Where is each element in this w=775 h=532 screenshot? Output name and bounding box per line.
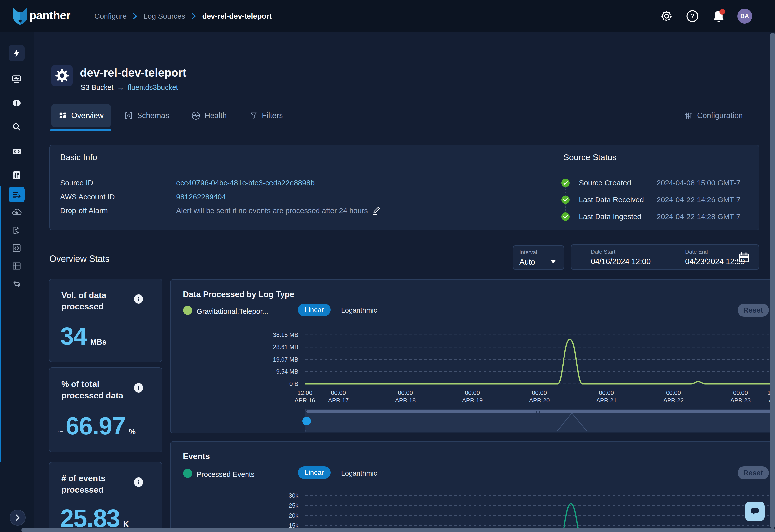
status-label: Source Created bbox=[579, 179, 631, 187]
avatar[interactable]: BA bbox=[737, 9, 752, 24]
info-icon[interactable] bbox=[134, 383, 143, 393]
active-tab-underline bbox=[50, 129, 111, 131]
y-tick: 38.15 MB bbox=[259, 332, 298, 338]
events-line-chart[interactable] bbox=[305, 487, 775, 532]
status-label: Last Data Received bbox=[579, 196, 644, 204]
date-end-label: Date End bbox=[685, 249, 708, 255]
svg-text:?: ? bbox=[690, 12, 695, 20]
page-title: dev-rel-dev-teleport bbox=[80, 66, 186, 79]
sidebar-item-tables[interactable] bbox=[9, 258, 25, 274]
grid-icon bbox=[59, 112, 67, 120]
breadcrumb-log-sources[interactable]: Log Sources bbox=[143, 12, 185, 20]
date-start-label: Date Start bbox=[591, 249, 615, 255]
chart-panel-events: Events Processed Events Linear Logarithm… bbox=[170, 441, 775, 532]
source-id-value[interactable]: ecc40796-04bc-481c-bfe3-ceda22e8898b bbox=[176, 179, 314, 187]
stat-value-row: 34 MBs bbox=[60, 322, 106, 350]
sidebar-item-cloud-security[interactable] bbox=[9, 204, 25, 220]
sidebar-item-schemas[interactable] bbox=[9, 240, 25, 256]
panther-logo-icon[interactable] bbox=[11, 6, 29, 26]
bucket-link[interactable]: fluentds3bucket bbox=[128, 83, 178, 92]
health-icon bbox=[191, 111, 200, 120]
date-end-value[interactable]: 04/23/2024 12:59 bbox=[685, 257, 745, 266]
brush-handle-left[interactable] bbox=[302, 417, 311, 425]
calendar-icon[interactable] bbox=[738, 252, 750, 263]
reset-button[interactable]: Reset bbox=[738, 466, 769, 479]
chevron-right-icon bbox=[191, 13, 196, 19]
date-range-picker[interactable]: Date Start 04/16/2024 12:00 Date End 04/… bbox=[571, 244, 759, 270]
approx-glyph: ~ bbox=[57, 426, 63, 437]
x-tick: 00:00APR 18 bbox=[395, 389, 416, 404]
reset-button[interactable]: Reset bbox=[738, 304, 769, 317]
tab-health[interactable]: Health bbox=[191, 104, 227, 127]
chat-launcher[interactable] bbox=[745, 502, 765, 521]
y-tick: 20k bbox=[259, 512, 298, 519]
lightning-icon bbox=[12, 48, 22, 58]
brand-wordmark[interactable]: panther bbox=[29, 8, 70, 22]
filter-funnel-icon bbox=[249, 111, 258, 120]
alert-icon bbox=[11, 98, 22, 108]
row-label: Drop-off Alarm bbox=[60, 206, 108, 215]
source-type-label: S3 Bucket bbox=[81, 83, 113, 92]
log-sources-icon bbox=[11, 189, 22, 200]
date-start-value[interactable]: 04/16/2024 12:00 bbox=[591, 257, 651, 266]
stat-value: 34 bbox=[60, 322, 87, 350]
configuration-sliders-icon bbox=[684, 111, 693, 120]
tabs-divider bbox=[50, 131, 759, 131]
app-screen: panther Configure Log Sources dev-rel-de… bbox=[0, 0, 775, 532]
tab-health-label: Health bbox=[204, 111, 227, 120]
y-tick: 0 B bbox=[259, 380, 298, 387]
x-tick: 00:00APR 22 bbox=[663, 389, 684, 404]
interval-value: Auto bbox=[519, 258, 535, 266]
logarithmic-toggle[interactable]: Logarithmic bbox=[341, 469, 377, 477]
tab-overview[interactable]: Overview bbox=[51, 104, 111, 127]
sidebar-item-code[interactable] bbox=[9, 143, 25, 159]
sidebar-item-alerts[interactable] bbox=[9, 95, 25, 111]
overview-stats-title: Overview Stats bbox=[49, 254, 109, 264]
sidebar-item-lightning[interactable] bbox=[9, 45, 25, 61]
settings-gear-icon[interactable] bbox=[659, 9, 674, 23]
expand-sidebar-button[interactable] bbox=[10, 510, 26, 526]
help-icon[interactable]: ? bbox=[685, 9, 700, 23]
horizontal-scrollbar[interactable] bbox=[21, 528, 775, 532]
breadcrumb-configure[interactable]: Configure bbox=[94, 12, 127, 20]
info-icon[interactable] bbox=[134, 294, 143, 304]
stat-unit: % bbox=[129, 428, 136, 436]
notifications-bell-icon[interactable] bbox=[711, 9, 726, 23]
legend-label[interactable]: Gravitational.Telepor... bbox=[197, 307, 268, 316]
configuration-label: Configuration bbox=[697, 111, 743, 120]
edit-pencil-icon[interactable] bbox=[372, 206, 381, 216]
stat-card-percent: % of total processed data ~ 66.97 % bbox=[49, 367, 162, 452]
interval-select[interactable]: Interval Auto bbox=[513, 245, 564, 270]
x-tick: 00:00APR 19 bbox=[462, 389, 483, 404]
basic-info-card: Basic Info Source ID ecc40796-04bc-481c-… bbox=[49, 145, 759, 230]
stat-value: 66.97 bbox=[66, 412, 125, 440]
swap-arrows-icon bbox=[11, 279, 22, 289]
top-bar: panther Configure Log Sources dev-rel-de… bbox=[0, 0, 775, 32]
logarithmic-toggle[interactable]: Logarithmic bbox=[341, 306, 377, 314]
interval-label: Interval bbox=[519, 249, 537, 256]
sidebar-item-log-sources[interactable] bbox=[9, 187, 25, 202]
code-icon bbox=[11, 146, 22, 157]
search-icon bbox=[11, 122, 22, 132]
series-line bbox=[305, 339, 775, 384]
info-icon[interactable] bbox=[134, 477, 143, 487]
sidebar-item-monitor[interactable] bbox=[9, 71, 25, 87]
aws-account-id-value[interactable]: 981262289404 bbox=[176, 193, 226, 201]
arrow-glyph: → bbox=[117, 83, 124, 92]
configuration-button[interactable]: Configuration bbox=[684, 104, 743, 127]
tab-filters[interactable]: Filters bbox=[249, 104, 283, 127]
linear-toggle[interactable]: Linear bbox=[298, 304, 331, 316]
legend-label[interactable]: Processed Events bbox=[197, 470, 255, 479]
status-label: Last Data Ingested bbox=[579, 212, 642, 221]
linear-toggle[interactable]: Linear bbox=[298, 466, 331, 479]
chart-range-brush[interactable] bbox=[305, 409, 775, 432]
sidebar-item-data-flow[interactable] bbox=[9, 276, 25, 292]
sidebar-item-sliders[interactable] bbox=[9, 167, 25, 183]
sidebar-item-search[interactable] bbox=[9, 119, 25, 135]
tab-schemas[interactable]: Schemas bbox=[124, 104, 169, 127]
legend-dot-icon bbox=[183, 469, 192, 478]
check-circle-icon bbox=[561, 178, 570, 187]
vertical-scrollbar[interactable] bbox=[770, 33, 775, 528]
sidebar-item-routing[interactable] bbox=[9, 222, 25, 238]
schemas-icon bbox=[124, 111, 133, 120]
